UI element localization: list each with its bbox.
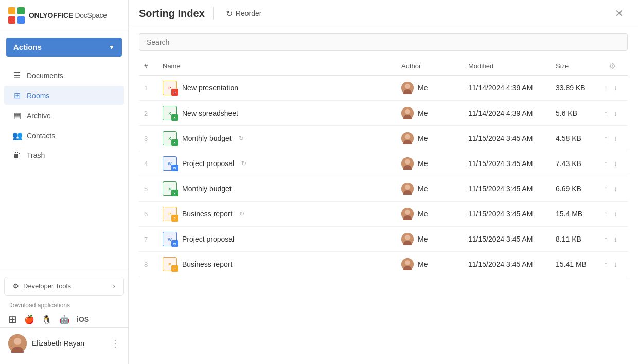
sort-down-button[interactable]: ↓	[612, 234, 619, 244]
sidebar-item-label: Trash	[27, 151, 45, 159]
file-name: Business report	[182, 260, 232, 268]
search-input[interactable]	[139, 33, 628, 51]
modified-date: 11/15/2024 3:45 AM	[468, 185, 533, 193]
row-author-cell: Me	[396, 202, 463, 227]
row-name-cell: W W Project proposal	[157, 227, 396, 252]
author-avatar	[401, 107, 414, 119]
logo-area: ONLYOFFICE DocSpace	[0, 0, 128, 31]
row-name-cell: P P Business report	[157, 252, 396, 277]
sort-down-button[interactable]: ↓	[612, 108, 619, 118]
author-name: Me	[418, 185, 428, 193]
sort-up-button[interactable]: ↑	[602, 259, 610, 269]
author-cell: Me	[401, 258, 458, 270]
developer-tools-label: Developer Tools	[23, 282, 71, 290]
file-name: Project proposal	[182, 159, 234, 168]
reorder-button[interactable]: ↻ Reorder	[222, 7, 266, 21]
author-avatar	[401, 258, 414, 270]
windows-icon[interactable]: ⊞	[8, 313, 17, 325]
sort-buttons: ↑ ↓	[602, 108, 623, 118]
row-modified-cell: 11/15/2024 3:45 AM	[463, 126, 551, 151]
sidebar-item-rooms[interactable]: ⊞ Rooms	[4, 86, 124, 105]
row-modified-cell: 11/14/2024 4:39 AM	[463, 101, 551, 126]
row-name-cell: W W Project proposal ↻	[157, 151, 396, 176]
reorder-label: Reorder	[236, 9, 262, 17]
row-number: 3	[139, 126, 157, 151]
file-cell: X X Monthly budget	[163, 181, 391, 196]
header-divider	[213, 7, 214, 20]
sort-down-button[interactable]: ↓	[612, 133, 619, 143]
developer-tools-item[interactable]: ⚙ Developer Tools ›	[4, 277, 124, 296]
row-sort-cell: ↑ ↓	[597, 202, 628, 227]
row-author-cell: Me	[396, 76, 463, 101]
file-name: Project proposal	[182, 235, 234, 243]
close-button[interactable]: ✕	[611, 5, 628, 22]
row-size-cell: 15.4 MB	[551, 202, 597, 227]
android-icon[interactable]: 🤖	[59, 315, 69, 324]
col-header-author: Author	[396, 57, 463, 76]
sort-up-button[interactable]: ↑	[602, 133, 610, 143]
row-author-cell: Me	[396, 101, 463, 126]
row-author-cell: Me	[396, 176, 463, 202]
table-row: 2 X X New spreadsheet Me 11/14/2024 4:39	[139, 101, 628, 126]
row-author-cell: Me	[396, 151, 463, 176]
sort-down-button[interactable]: ↓	[612, 83, 619, 93]
author-cell: Me	[401, 132, 458, 144]
sort-down-button[interactable]: ↓	[612, 209, 619, 219]
row-author-cell: Me	[396, 227, 463, 252]
row-size-cell: 8.11 KB	[551, 227, 597, 252]
row-size-cell: 4.58 KB	[551, 126, 597, 151]
row-name-cell: X X New spreadsheet	[157, 101, 396, 126]
sidebar-item-documents[interactable]: ☰ Documents	[4, 66, 124, 85]
actions-button[interactable]: Actions ▼	[6, 38, 122, 57]
sort-up-button[interactable]: ↑	[602, 108, 610, 118]
row-size-cell: 33.89 KB	[551, 76, 597, 101]
author-avatar	[401, 157, 414, 170]
column-settings-icon[interactable]: ⚙	[609, 62, 616, 70]
sidebar-item-label: Rooms	[27, 92, 49, 100]
sort-up-button[interactable]: ↑	[602, 158, 610, 169]
col-header-num: #	[139, 57, 157, 76]
file-icon: X X	[163, 131, 177, 145]
svg-point-5	[14, 338, 21, 345]
row-number: 2	[139, 101, 157, 126]
user-name: Elizabeth Rayan	[32, 339, 105, 348]
sort-up-button[interactable]: ↑	[602, 83, 610, 93]
sort-down-button[interactable]: ↓	[612, 158, 619, 169]
linux-icon[interactable]: 🐧	[42, 315, 52, 324]
col-header-modified: Modified	[463, 57, 551, 76]
file-size: 15.4 MB	[556, 210, 582, 218]
table-row: 5 X X Monthly budget Me 11/15/2024 3:45 …	[139, 176, 628, 202]
table-body: 1 P P New presentation Me 11/14/20	[139, 76, 628, 277]
sidebar-item-trash[interactable]: 🗑 Trash	[4, 146, 124, 165]
col-header-size: Size	[551, 57, 597, 76]
file-name: Monthly budget	[182, 185, 232, 193]
table-row: 1 P P New presentation Me 11/14/20	[139, 76, 628, 101]
table-row: 8 P P Business report Me 11/15/2024 3:45	[139, 252, 628, 277]
user-menu-button[interactable]: ⋮	[111, 338, 120, 349]
sidebar-item-archive[interactable]: ▤ Archive	[4, 106, 124, 125]
download-section: Download applications ⊞ 🍎 🐧 🤖 iOS	[0, 298, 128, 327]
sort-down-button[interactable]: ↓	[612, 259, 619, 269]
table-row: 3 X X Monthly budget ↻ Me 11/15/2024 3:4…	[139, 126, 628, 151]
sidebar-item-contacts[interactable]: 👥 Contacts	[4, 126, 124, 145]
row-number: 5	[139, 176, 157, 202]
sort-up-button[interactable]: ↑	[602, 234, 610, 244]
row-sort-cell: ↑ ↓	[597, 227, 628, 252]
author-avatar	[401, 132, 414, 144]
ios-label[interactable]: iOS	[77, 315, 89, 323]
file-name: Business report	[182, 210, 232, 218]
sort-up-button[interactable]: ↑	[602, 209, 610, 219]
row-number: 7	[139, 227, 157, 252]
macos-icon[interactable]: 🍎	[24, 315, 34, 324]
chevron-down-icon: ▼	[109, 44, 115, 51]
file-size: 5.6 KB	[556, 109, 577, 117]
row-modified-cell: 11/15/2024 3:45 AM	[463, 176, 551, 202]
file-icon: W W	[163, 156, 177, 171]
file-name: Monthly budget	[182, 134, 232, 142]
sort-down-button[interactable]: ↓	[612, 184, 619, 194]
sort-up-button[interactable]: ↑	[602, 184, 610, 194]
svg-rect-2	[8, 16, 15, 24]
reorder-icon: ↻	[226, 9, 233, 19]
author-avatar	[401, 82, 414, 94]
svg-point-12	[405, 109, 410, 114]
